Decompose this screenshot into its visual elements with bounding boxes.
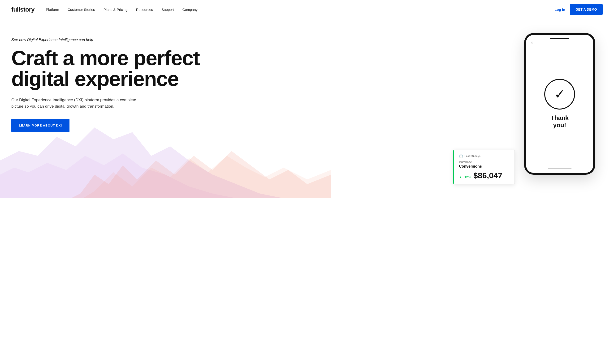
more-options-icon[interactable]: ⋮ [506,154,510,158]
phone-notch [550,38,569,39]
thank-you-text: Thankyou! [551,114,569,129]
nav-customer-stories[interactable]: Customer Stories [68,8,95,12]
nav-support[interactable]: Support [161,8,174,12]
phone-mockup: × ✓ Thankyou! [524,33,595,175]
nav-plans-pricing[interactable]: Plans & Pricing [104,8,128,12]
svg-marker-1 [0,128,284,198]
login-link[interactable]: Log in [554,8,565,12]
percentage-change: 12% [464,175,471,179]
nav-links: Platform Customer Stories Plans & Pricin… [46,8,554,12]
hero-content: See how Digital Experience Intelligence … [11,38,603,132]
hero-description: Our Digital Experience Intelligence (DXI… [11,97,149,110]
up-arrow-icon: ▲ [459,175,462,179]
close-icon[interactable]: × [531,41,533,45]
nav-platform[interactable]: Platform [46,8,59,12]
nav-actions: Log in GET A DEMO [554,4,603,15]
card-header-left: 🕐 Last 30 days [459,154,480,158]
svg-marker-4 [83,156,331,198]
svg-marker-3 [71,151,331,198]
navbar: fullstory Platform Customer Stories Plan… [0,0,614,19]
clock-icon: 🕐 [459,154,463,158]
learn-more-cta-button[interactable]: LEARN MORE ABOUT DXI [11,119,69,132]
svg-marker-2 [0,154,236,198]
nav-resources[interactable]: Resources [136,8,153,12]
card-metric-title: Conversions [459,164,510,169]
conversion-card: 🕐 Last 30 days ⋮ Purchase Conversions ▲ … [453,150,515,184]
card-category-label: Purchase [459,160,510,164]
card-metrics: ▲ 12% $86,047 [459,171,510,180]
hero-title: Craft a more perfect digital experience [11,48,215,89]
nav-divider [0,19,614,19]
get-demo-button[interactable]: GET A DEMO [570,4,603,15]
check-circle: ✓ [544,79,575,110]
date-range-label: Last 30 days [464,155,480,158]
checkmark-icon: ✓ [554,88,565,101]
brand-logo[interactable]: fullstory [11,6,35,13]
hero-section: See how Digital Experience Intelligence … [0,19,614,198]
card-header: 🕐 Last 30 days ⋮ [459,154,510,158]
nav-company[interactable]: Company [182,8,198,12]
phone-home-bar [548,168,572,169]
metric-value: $86,047 [473,171,503,180]
hero-tagline[interactable]: See how Digital Experience Intelligence … [11,38,603,42]
